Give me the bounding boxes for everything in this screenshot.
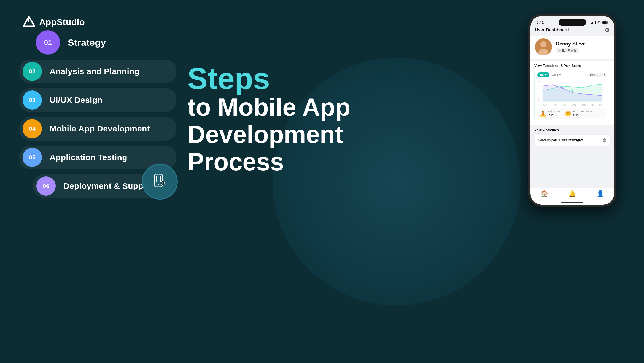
step-label-6: Deployment & Support	[63, 181, 155, 191]
step-item-4: 04 Mobile App Development	[19, 117, 176, 141]
score-tabs: Daily Weekly May 12 - 18 ▾	[537, 72, 607, 77]
svg-rect-16	[592, 22, 593, 24]
svg-point-4	[158, 184, 159, 185]
brand-name: AppStudio	[39, 17, 85, 27]
heading-line3: Development	[187, 121, 351, 148]
battery-icon	[602, 21, 608, 24]
delete-icon[interactable]: 🗑	[602, 138, 606, 142]
logo-icon	[22, 15, 36, 29]
avatar-image	[535, 38, 552, 55]
chart-container: 10 8 6 4 2 0	[537, 79, 607, 104]
step-badge-1: 01	[36, 30, 60, 55]
score-card: Daily Weekly May 12 - 18 ▾ 10 8	[534, 70, 610, 121]
phone-frame: 9:41	[528, 14, 616, 207]
pain-score-label: Pain Score	[548, 110, 560, 113]
step-label-4: Mobile App Development	[50, 124, 150, 133]
functional-score-badge: 🤲 Functional Score 9.5/10	[565, 110, 592, 117]
step-badge-4: 04	[23, 119, 42, 138]
phone-wrapper: 9:41	[528, 14, 616, 207]
score-section-title: View Functional & Pain Score	[534, 64, 610, 68]
step-label-3: UI/UX Design	[50, 95, 103, 105]
phone-notch	[559, 19, 586, 26]
step-label-2: Analysis and Planning	[50, 67, 139, 76]
gear-icon[interactable]: ⚙	[605, 27, 610, 33]
svg-rect-20	[602, 21, 607, 24]
phone-screen: 9:41	[530, 16, 614, 205]
svg-text:10: 10	[538, 80, 540, 82]
heading-area: Steps to Mobile App Development Process	[187, 63, 351, 176]
functional-score-value: 9.5/10	[573, 113, 592, 117]
signal-icon	[591, 21, 596, 24]
pain-score-value: 7.5/10	[548, 113, 560, 117]
step-badge-6: 06	[36, 176, 56, 196]
svg-text:2: 2	[538, 98, 539, 100]
step-badge-2: 02	[23, 62, 42, 81]
svg-text:0: 0	[538, 101, 539, 103]
dashboard-title: User Dashboard	[535, 28, 569, 33]
profile-info: Denny Steve ✏ Edit Profile	[556, 41, 586, 53]
heading-line2: to Mobile App	[187, 94, 351, 121]
step-badge-5: 05	[23, 148, 42, 167]
step-item-3: 03 UI/UX Design	[19, 88, 176, 112]
svg-line-14	[161, 184, 162, 185]
pain-score-badge: 🧘 Pain Score 7.5/10	[540, 110, 560, 117]
svg-line-13	[165, 181, 165, 182]
svg-point-37	[571, 89, 573, 92]
status-time: 9:41	[537, 20, 544, 25]
svg-rect-15	[591, 23, 592, 24]
heading-line4: Process	[187, 148, 351, 176]
svg-rect-18	[595, 21, 596, 24]
step-badge-3: 03	[23, 90, 42, 110]
score-badges: 🧘 Pain Score 7.5/10 🤲 Functio	[537, 108, 607, 119]
nav-home-icon[interactable]: 🏠	[541, 190, 548, 197]
svg-line-11	[161, 181, 162, 182]
svg-point-36	[561, 87, 564, 89]
activity-item-1[interactable]: Forearm pain/ Can't lift weights 🗑	[534, 134, 610, 146]
svg-point-23	[540, 41, 546, 47]
dashboard-header: User Dashboard ⚙	[530, 26, 614, 36]
functional-score-label: Functional Score	[573, 110, 592, 113]
svg-line-12	[165, 184, 165, 185]
step-label-5: Application Testing	[50, 153, 127, 162]
svg-text:4: 4	[538, 94, 539, 96]
logo-area: AppStudio	[22, 15, 85, 29]
score-chart: 10 8 6 4 2 0	[537, 79, 607, 104]
home-bar	[561, 202, 583, 203]
edit-profile-button[interactable]: ✏ Edit Profile	[556, 48, 579, 53]
tab-weekly[interactable]: Weekly	[552, 73, 561, 76]
svg-text:8: 8	[538, 85, 539, 87]
pencil-icon: ✏	[559, 49, 561, 52]
step-item-2: 02 Analysis and Planning	[19, 60, 176, 83]
status-icons	[591, 21, 608, 24]
profile-section: Denny Steve ✏ Edit Profile	[530, 36, 614, 60]
date-range[interactable]: May 12 - 18 ▾	[588, 73, 607, 77]
chart-x-labels: Sun Mon Tue Wed Thu Fri Sat	[537, 104, 607, 106]
profile-name: Denny Steve	[556, 41, 586, 47]
pain-icon: 🧘	[540, 110, 546, 117]
nav-bell-icon[interactable]: 🔔	[568, 190, 576, 197]
avatar	[535, 38, 552, 55]
center-icon	[142, 164, 178, 200]
activities-title: Your Activities	[534, 128, 610, 132]
activities-section: Your Activities Forearm pain/ Can't lift…	[530, 126, 614, 148]
nav-person-icon[interactable]: 👤	[597, 190, 604, 197]
score-section: View Functional & Pain Score Daily Weekl…	[530, 61, 614, 125]
svg-rect-21	[608, 22, 608, 23]
functional-icon: 🤲	[565, 110, 572, 117]
heading-line1: Steps	[187, 63, 351, 94]
wifi-icon	[597, 21, 601, 24]
mobile-gear-icon	[150, 172, 169, 191]
svg-text:6: 6	[538, 89, 539, 91]
svg-rect-17	[594, 21, 594, 24]
step-item-1: 01 Strategy	[36, 30, 176, 55]
step-label-1: Strategy	[68, 37, 106, 48]
svg-rect-3	[156, 176, 161, 182]
tab-daily[interactable]: Daily	[537, 72, 549, 77]
